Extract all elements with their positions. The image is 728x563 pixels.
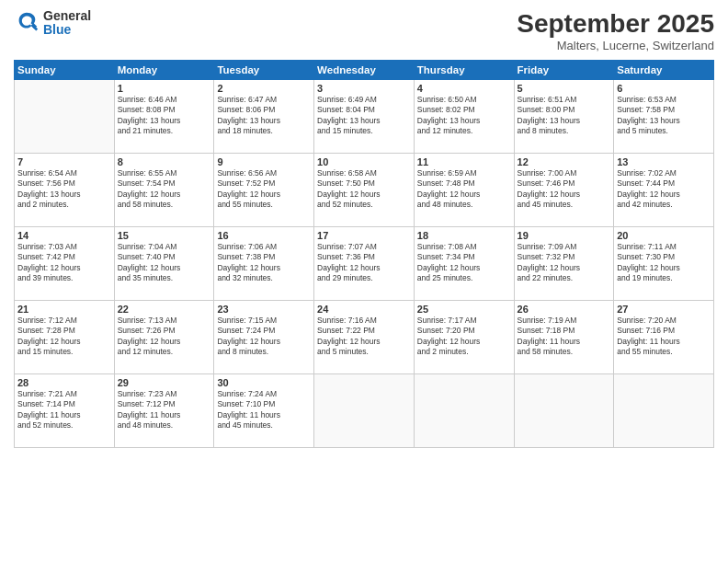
calendar-day-cell: 23Sunrise: 7:15 AM Sunset: 7:24 PM Dayli… [214, 301, 314, 374]
day-info: Sunrise: 6:58 AM Sunset: 7:50 PM Dayligh… [317, 168, 411, 211]
calendar-table: SundayMondayTuesdayWednesdayThursdayFrid… [14, 60, 714, 448]
day-info: Sunrise: 7:08 AM Sunset: 7:34 PM Dayligh… [417, 242, 511, 284]
calendar-day-cell: 27Sunrise: 7:20 AM Sunset: 7:16 PM Dayli… [614, 301, 714, 374]
day-number: 3 [317, 83, 411, 94]
day-number: 5 [518, 83, 611, 94]
day-info: Sunrise: 7:21 AM Sunset: 7:14 PM Dayligh… [17, 389, 111, 431]
calendar-day-cell: 15Sunrise: 7:04 AM Sunset: 7:40 PM Dayli… [114, 227, 214, 301]
day-info: Sunrise: 7:07 AM Sunset: 7:36 PM Dayligh… [317, 242, 411, 284]
day-info: Sunrise: 6:47 AM Sunset: 8:06 PM Dayligh… [217, 95, 311, 137]
day-number: 6 [617, 83, 711, 94]
calendar-day-cell: 5Sunrise: 6:51 AM Sunset: 8:00 PM Daylig… [514, 80, 614, 154]
calendar-day-cell: 24Sunrise: 7:16 AM Sunset: 7:22 PM Dayli… [314, 301, 415, 374]
day-number: 9 [217, 156, 311, 167]
calendar-day-cell: 30Sunrise: 7:24 AM Sunset: 7:10 PM Dayli… [214, 374, 314, 448]
day-info: Sunrise: 7:19 AM Sunset: 7:18 PM Dayligh… [518, 316, 611, 358]
calendar-day-cell: 22Sunrise: 7:13 AM Sunset: 7:26 PM Dayli… [114, 301, 214, 374]
calendar-day-cell: 4Sunrise: 6:50 AM Sunset: 8:02 PM Daylig… [414, 80, 514, 154]
day-info: Sunrise: 7:16 AM Sunset: 7:22 PM Dayligh… [317, 316, 411, 358]
calendar-day-cell: 2Sunrise: 6:47 AM Sunset: 8:06 PM Daylig… [214, 80, 314, 154]
calendar-day-cell: 17Sunrise: 7:07 AM Sunset: 7:36 PM Dayli… [314, 227, 415, 301]
calendar-day-cell [15, 80, 115, 154]
day-info: Sunrise: 6:53 AM Sunset: 7:58 PM Dayligh… [617, 95, 711, 137]
day-info: Sunrise: 7:13 AM Sunset: 7:26 PM Dayligh… [118, 316, 211, 358]
calendar-day-cell: 28Sunrise: 7:21 AM Sunset: 7:14 PM Dayli… [15, 374, 115, 448]
calendar-day-header: Sunday [15, 61, 115, 80]
day-info: Sunrise: 7:11 AM Sunset: 7:30 PM Dayligh… [617, 242, 711, 284]
calendar-day-cell: 18Sunrise: 7:08 AM Sunset: 7:34 PM Dayli… [414, 227, 514, 301]
day-number: 21 [17, 304, 111, 315]
day-number: 1 [118, 83, 211, 94]
day-number: 30 [217, 377, 311, 388]
day-info: Sunrise: 7:09 AM Sunset: 7:32 PM Dayligh… [518, 242, 611, 284]
calendar-day-cell: 29Sunrise: 7:23 AM Sunset: 7:12 PM Dayli… [114, 374, 214, 448]
calendar-day-cell: 25Sunrise: 7:17 AM Sunset: 7:20 PM Dayli… [414, 301, 514, 374]
day-number: 4 [417, 83, 511, 94]
day-info: Sunrise: 6:56 AM Sunset: 7:52 PM Dayligh… [217, 168, 311, 211]
day-number: 23 [217, 304, 311, 315]
title-block: September 2025 Malters, Lucerne, Switzer… [517, 9, 714, 52]
day-info: Sunrise: 7:12 AM Sunset: 7:28 PM Dayligh… [17, 316, 111, 358]
day-number: 17 [317, 230, 411, 241]
calendar-day-header: Saturday [614, 61, 714, 80]
day-info: Sunrise: 7:17 AM Sunset: 7:20 PM Dayligh… [417, 316, 511, 358]
calendar-day-header: Thursday [414, 61, 514, 80]
calendar-day-cell [514, 374, 614, 448]
calendar-day-header: Wednesday [314, 61, 415, 80]
day-number: 12 [518, 156, 611, 167]
calendar-day-cell [314, 374, 415, 448]
day-number: 24 [317, 304, 411, 315]
calendar-week-row: 14Sunrise: 7:03 AM Sunset: 7:42 PM Dayli… [15, 227, 714, 301]
day-number: 26 [518, 304, 611, 315]
day-number: 18 [417, 230, 511, 241]
day-info: Sunrise: 7:00 AM Sunset: 7:46 PM Dayligh… [518, 168, 611, 211]
calendar-day-cell: 6Sunrise: 6:53 AM Sunset: 7:58 PM Daylig… [614, 80, 714, 154]
calendar-day-cell: 20Sunrise: 7:11 AM Sunset: 7:30 PM Dayli… [614, 227, 714, 301]
day-info: Sunrise: 6:59 AM Sunset: 7:48 PM Dayligh… [417, 168, 511, 211]
location: Malters, Lucerne, Switzerland [517, 39, 714, 52]
day-info: Sunrise: 7:03 AM Sunset: 7:42 PM Dayligh… [17, 242, 111, 284]
logo-icon [14, 10, 40, 36]
calendar-day-cell: 21Sunrise: 7:12 AM Sunset: 7:28 PM Dayli… [15, 301, 115, 374]
day-info: Sunrise: 7:04 AM Sunset: 7:40 PM Dayligh… [118, 242, 211, 284]
day-number: 19 [518, 230, 611, 241]
day-info: Sunrise: 6:51 AM Sunset: 8:00 PM Dayligh… [518, 95, 611, 137]
day-number: 25 [417, 304, 511, 315]
day-number: 20 [617, 230, 711, 241]
day-info: Sunrise: 7:24 AM Sunset: 7:10 PM Dayligh… [217, 389, 311, 431]
logo: General Blue [14, 9, 91, 38]
calendar-header-row: SundayMondayTuesdayWednesdayThursdayFrid… [15, 61, 714, 80]
day-info: Sunrise: 7:06 AM Sunset: 7:38 PM Dayligh… [217, 242, 311, 284]
calendar-day-header: Tuesday [214, 61, 314, 80]
day-number: 8 [118, 156, 211, 167]
day-info: Sunrise: 6:54 AM Sunset: 7:56 PM Dayligh… [17, 168, 111, 211]
calendar-week-row: 21Sunrise: 7:12 AM Sunset: 7:28 PM Dayli… [15, 301, 714, 374]
calendar-day-cell: 7Sunrise: 6:54 AM Sunset: 7:56 PM Daylig… [15, 154, 115, 227]
calendar-day-cell: 11Sunrise: 6:59 AM Sunset: 7:48 PM Dayli… [414, 154, 514, 227]
month-title: September 2025 [517, 9, 714, 39]
calendar-day-cell: 19Sunrise: 7:09 AM Sunset: 7:32 PM Dayli… [514, 227, 614, 301]
logo-text: General Blue [43, 9, 91, 38]
day-info: Sunrise: 7:02 AM Sunset: 7:44 PM Dayligh… [617, 168, 711, 211]
calendar-day-cell: 16Sunrise: 7:06 AM Sunset: 7:38 PM Dayli… [214, 227, 314, 301]
calendar-day-cell [414, 374, 514, 448]
calendar-day-cell: 8Sunrise: 6:55 AM Sunset: 7:54 PM Daylig… [114, 154, 214, 227]
day-number: 22 [118, 304, 211, 315]
day-number: 11 [417, 156, 511, 167]
day-number: 14 [17, 230, 111, 241]
calendar-day-cell: 10Sunrise: 6:58 AM Sunset: 7:50 PM Dayli… [314, 154, 415, 227]
day-number: 2 [217, 83, 311, 94]
day-number: 15 [118, 230, 211, 241]
calendar-day-cell: 1Sunrise: 6:46 AM Sunset: 8:08 PM Daylig… [114, 80, 214, 154]
day-info: Sunrise: 6:49 AM Sunset: 8:04 PM Dayligh… [317, 95, 411, 137]
page: General Blue September 2025 Malters, Luc… [0, 0, 728, 563]
day-number: 13 [617, 156, 711, 167]
calendar-week-row: 28Sunrise: 7:21 AM Sunset: 7:14 PM Dayli… [15, 374, 714, 448]
day-number: 7 [17, 156, 111, 167]
day-number: 28 [17, 377, 111, 388]
calendar-day-cell: 14Sunrise: 7:03 AM Sunset: 7:42 PM Dayli… [15, 227, 115, 301]
day-number: 16 [217, 230, 311, 241]
calendar-day-cell: 26Sunrise: 7:19 AM Sunset: 7:18 PM Dayli… [514, 301, 614, 374]
day-number: 29 [118, 377, 211, 388]
day-info: Sunrise: 7:20 AM Sunset: 7:16 PM Dayligh… [617, 316, 711, 358]
